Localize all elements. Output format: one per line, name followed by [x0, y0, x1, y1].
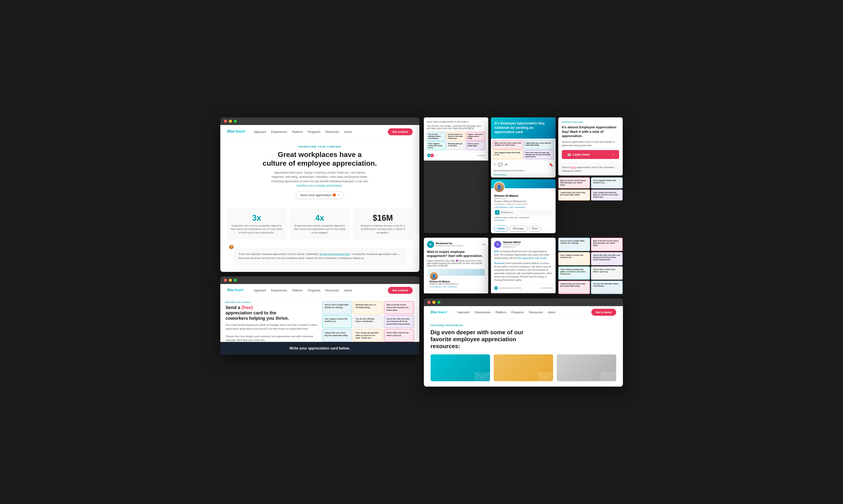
extra-card-8[interactable]: You are the ultimate chaos coordinator.	[591, 281, 623, 294]
natasha-link[interactable]: free appreciation note sender.	[518, 257, 547, 259]
extra-card-4[interactable]: You're the only one who can interpret al…	[591, 252, 623, 266]
nav-experiences-3[interactable]: Experiences	[474, 310, 491, 314]
natasha-likes: Blueboard and 33 others	[499, 287, 522, 289]
comment-icon[interactable]: 💬	[498, 163, 503, 167]
rc-3[interactable]: I appreciate you every day but especiall…	[558, 190, 590, 201]
nav-platform-1[interactable]: Platform	[292, 130, 303, 133]
nav-about-1[interactable]: About	[344, 130, 352, 133]
tl2-maximize[interactable]	[234, 278, 237, 282]
card-tile-5[interactable]: You are the ultimate chaos coordinator.	[353, 315, 383, 328]
nav-programs-3[interactable]: Programs	[511, 310, 524, 314]
card-tile-8[interactable]: Your unique perspective adds so much to …	[353, 329, 383, 342]
resource-card-1[interactable]	[431, 355, 490, 381]
svg-rect-7	[537, 372, 553, 381]
demo-btn-1[interactable]: Get a demo	[388, 128, 413, 135]
nav-resources-3[interactable]: Resources	[529, 310, 543, 314]
card-tile-2[interactable]: Working with you is a #FridayFeeling.	[353, 301, 383, 314]
inspiration-content: Inspiration Hub It's almost Employee App…	[558, 118, 623, 176]
logo-3: Blue board	[431, 309, 448, 316]
natasha-reactions: B	[494, 286, 498, 290]
rc-4[interactable]: Your unique perspective adds so much to …	[591, 190, 623, 201]
ead-link[interactable]: Employee Appreciation Day	[320, 253, 350, 255]
browser-window-1: Blue board Approach Experiences Platform…	[220, 118, 419, 272]
nav-programs-2[interactable]: Programs	[308, 289, 320, 292]
extra-card-1[interactable]: You're such a bright light. Thanks for s…	[558, 238, 590, 251]
card-tile-3[interactable]: Way to be the secret sauce that elevates…	[384, 301, 414, 314]
nav-approach-3[interactable]: Approach	[458, 310, 470, 314]
rc-2[interactable]: Your support means the world to me.	[591, 177, 623, 188]
natasha-browser: N Natasha Wahid Director of Content Blue…	[491, 238, 556, 294]
card-tile-9[interactable]: You're who I want to be when I grow up.	[384, 329, 414, 342]
transform-link[interactable]: transform your company and business.	[297, 184, 343, 187]
inspire-more-icon[interactable]: •••	[482, 242, 485, 246]
tl-close[interactable]	[224, 120, 227, 123]
stat-desc-1: Employees who receive recognition aligne…	[231, 224, 283, 234]
appreciation-btn[interactable]: Send some appreciation 🎁 ▾	[296, 192, 344, 199]
extra-card-3[interactable]: Your support means the world to me.	[558, 252, 590, 266]
demo-btn-2[interactable]: Get a demo	[388, 287, 413, 294]
card-tile-6[interactable]: You're the only one who can interpret al…	[384, 315, 414, 328]
rc-1[interactable]: Way to be the secret sauce that elevates…	[558, 177, 590, 188]
message-btn[interactable]: Message	[509, 226, 527, 231]
nav-platform-3[interactable]: Platform	[496, 310, 506, 314]
li-location: Long Beach, California, United States	[494, 203, 553, 205]
li-headline: @shirei | 2nd	[494, 197, 553, 200]
bookmark-icon[interactable]: 🔖	[549, 163, 553, 167]
nav-links-2: Approach Experiences Platform Programs R…	[254, 289, 388, 292]
demo-btn-3[interactable]: Get a demo	[591, 309, 616, 316]
natasha-bb-link[interactable]: Blueboard	[494, 262, 504, 265]
extra-card-7[interactable]: I appreciate you every day but especiall…	[558, 281, 590, 294]
tl2-close[interactable]	[224, 278, 227, 282]
nav-experiences-1[interactable]: Experiences	[271, 130, 287, 133]
right-cards-col: You're such a bright light. Thanks for s…	[558, 238, 623, 294]
inspiration-column: Inspiration Hub It's almost Employee App…	[558, 118, 623, 233]
card-tile-7[interactable]: I appreciate you every day but especiall…	[322, 329, 352, 342]
stat-card-2: 4x Employees who receive recognition ali…	[290, 209, 349, 239]
inspire-avatar: B	[427, 241, 434, 248]
extra-card-6[interactable]: You're who I want to be when I grow up.	[591, 266, 623, 280]
resource-card-2[interactable]	[494, 355, 553, 381]
browser-window-2: Blue board Approach Experiences Platform…	[220, 276, 419, 355]
tl-maximize[interactable]	[234, 120, 237, 123]
tl2-minimize[interactable]	[229, 278, 232, 282]
hero-body: Appreciation feels good. Saying or heari…	[268, 170, 371, 188]
card-tile-4[interactable]: Your support means the world to me.	[322, 315, 352, 328]
extra-card-5[interactable]: Your unique perspective adds so much to …	[558, 266, 590, 280]
natasha-content: N Natasha Wahid Director of Content Blue…	[491, 238, 556, 293]
w3-main: FEATURED RESOURCES Dig even deeper with …	[424, 319, 623, 386]
nav-about-3[interactable]: About	[548, 310, 555, 314]
resource-card-3[interactable]	[557, 355, 616, 381]
more-btn[interactable]: More	[529, 226, 541, 231]
nav-programs-1[interactable]: Programs	[308, 130, 320, 133]
share-icon[interactable]: ↗	[504, 163, 507, 167]
svg-text:Blue: Blue	[227, 288, 234, 292]
li-avatar-placeholder: 👤	[494, 182, 504, 192]
tl3-maximize[interactable]	[437, 301, 441, 304]
inspire-connections: 3,329 followers • 500+ connections	[429, 286, 483, 288]
tl3-minimize[interactable]	[432, 301, 435, 304]
social-post-1: some notes of appreciation to your team …	[424, 118, 488, 233]
extra-card-2[interactable]: Way to be the secret sauce that elevates…	[591, 238, 623, 251]
heart-icon[interactable]: ♡	[493, 163, 496, 167]
card-tile-1[interactable]: You're such a bright light. Thanks for s…	[322, 301, 352, 314]
tl3-close[interactable]	[427, 301, 431, 304]
emp-day-content: It's Employee Appreciation Day. Celebrat…	[491, 118, 556, 178]
nav-experiences-2[interactable]: Experiences	[271, 289, 287, 292]
li-company-row: B Blueboard Inc.	[494, 209, 553, 216]
nav-platform-2[interactable]: Platform	[292, 289, 303, 292]
nav-resources-1[interactable]: Resources	[325, 130, 339, 133]
nav-approach-1[interactable]: Approach	[254, 130, 266, 133]
w2-heading: Send a (free)appreciation card to thecow…	[226, 305, 318, 321]
chevron-icon: ▾	[338, 194, 339, 197]
nav-approach-2[interactable]: Approach	[254, 289, 266, 292]
li-company-icon: B	[495, 210, 499, 215]
right-column: some notes of appreciation to your team …	[424, 118, 623, 386]
tl-minimize[interactable]	[229, 120, 232, 123]
learn-more-btn[interactable]: 📅 Learn more ›	[562, 150, 619, 159]
edc-2: I appreciate you every day but especiall…	[524, 140, 554, 149]
nav-resources-2[interactable]: Resources	[325, 289, 339, 292]
free-link[interactable]: (free)	[570, 166, 576, 168]
li-mutual: Contact info	[494, 219, 553, 221]
nav-about-2[interactable]: About	[344, 289, 352, 292]
follow-btn[interactable]: Follow	[494, 226, 508, 231]
